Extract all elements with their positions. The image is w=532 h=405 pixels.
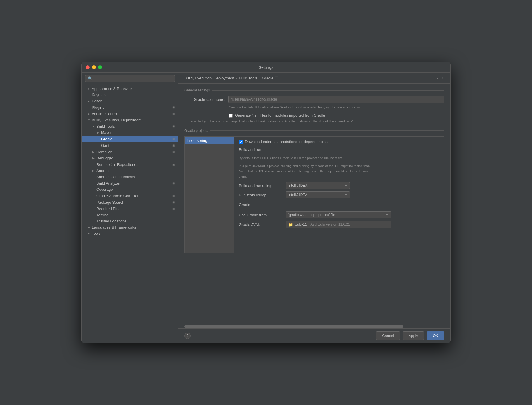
sidebar-item-label: Trusted Locations (96, 219, 176, 223)
sidebar-item-label: Editor (92, 99, 176, 103)
maximize-button[interactable] (98, 65, 102, 69)
minimize-button[interactable] (92, 65, 96, 69)
generate-iml-label: Generate *.iml files for modules importe… (235, 113, 325, 118)
sidebar-item-debugger[interactable]: ▶ Debugger (82, 155, 178, 161)
sidebar-item-tools[interactable]: ▶ Tools (82, 230, 178, 236)
sidebar-item-coverage[interactable]: Coverage (82, 186, 178, 193)
help-button[interactable]: ? (184, 333, 191, 339)
breadcrumb-separator: › (259, 76, 260, 80)
settings-icon: ⊞ (171, 206, 176, 211)
sidebar-item-build-execution-deployment[interactable]: ▼ Build, Execution, Deployment (82, 117, 178, 123)
download-annotations-checkbox[interactable] (239, 140, 243, 144)
sidebar-item-label: Testing (96, 213, 176, 217)
breadcrumb-part-1[interactable]: Build, Execution, Deployment (184, 76, 234, 80)
arrow-icon: ▶ (88, 87, 92, 90)
titlebar: Settings (82, 62, 450, 73)
sidebar-item-android[interactable]: ▶ Android (82, 168, 178, 174)
sidebar-item-remote-jar-repositories[interactable]: Remote Jar Repositories ⊞ (82, 161, 178, 168)
arrow-icon: ▼ (88, 118, 92, 122)
gradle-jvm-field[interactable]: 📁 zulu-11 Azul Zulu version 11.0.21 (286, 221, 391, 228)
settings-content: General settings Gradle user home: Overr… (178, 84, 450, 324)
search-box[interactable]: 🔍 (85, 75, 175, 82)
use-gradle-from-label: Use Gradle from: (239, 213, 283, 217)
sidebar-item-label: Plugins (92, 105, 170, 110)
sidebar-item-editor[interactable]: ▶ Editor (82, 98, 178, 104)
nav-forward-arrow[interactable]: › (441, 75, 444, 81)
project-item-label: hello-spring (187, 138, 207, 143)
search-input[interactable] (94, 76, 172, 81)
sidebar-item-appearance-behavior[interactable]: ▶ Appearance & Behavior (82, 86, 178, 92)
sidebar-item-package-search[interactable]: Package Search ⊞ (82, 199, 178, 205)
sidebar-item-gradle-android-compiler[interactable]: Gradle-Android Compiler ⊞ (82, 193, 178, 199)
sidebar-item-label: Coverage (96, 187, 176, 192)
close-button[interactable] (86, 65, 90, 69)
run-tests-using-select[interactable]: Gradle IntelliJ IDEA (286, 191, 350, 198)
horizontal-scrollbar[interactable] (178, 324, 450, 328)
sidebar-item-plugins[interactable]: Plugins ⊞ (82, 104, 178, 110)
sidebar-item-testing[interactable]: Testing (82, 212, 178, 218)
sidebar-item-gant[interactable]: Gant ⊞ (82, 142, 178, 149)
arrow-icon: ▼ (92, 125, 96, 128)
sidebar-item-label: Gant (101, 143, 170, 148)
bottom-bar: ? Cancel Apply OK (178, 328, 450, 343)
download-annotations-row: Download external annotations for depend… (239, 139, 439, 144)
sidebar-item-compiler[interactable]: ▶ Compiler ⊞ (82, 149, 178, 155)
settings-icon: ⊞ (171, 124, 176, 129)
sidebar-item-maven[interactable]: ▶ Maven (82, 130, 178, 136)
main-content: 🔍 ▶ Appearance & Behavior Keymap ▶ Edito… (82, 73, 450, 343)
gradle-subsection-title: Gradle (239, 202, 439, 208)
gradle-subsection: Gradle Use Gradle from: 'gradle-wrapper.… (239, 202, 439, 228)
run-tests-using-row: Run tests using: Gradle IntelliJ IDEA (239, 191, 439, 198)
projects-list: hello-spring (184, 136, 234, 253)
sidebar-item-label: Compiler (96, 150, 170, 154)
sidebar-item-build-tools[interactable]: ▼ Build Tools ⊞ (82, 123, 178, 130)
arrow-icon: ▶ (88, 232, 92, 235)
arrow-icon: ▶ (88, 226, 92, 229)
gradle-user-home-hint: Override the default location where Grad… (229, 105, 444, 110)
generate-iml-row: Generate *.iml files for modules importe… (184, 113, 444, 118)
sidebar-item-label: Build, Execution, Deployment (92, 118, 176, 122)
sidebar-item-languages-frameworks[interactable]: ▶ Languages & Frameworks (82, 224, 178, 230)
sidebar-item-label: Gradle-Android Compiler (96, 194, 170, 198)
build-run-using-select[interactable]: Gradle IntelliJ IDEA (286, 182, 350, 189)
nav-back-arrow[interactable]: ‹ (436, 75, 440, 81)
build-run-using-row: Build and run using: Gradle IntelliJ IDE… (239, 182, 439, 189)
main-panel: Build, Execution, Deployment › Build Too… (178, 73, 450, 343)
sidebar-item-trusted-locations[interactable]: Trusted Locations (82, 218, 178, 224)
settings-icon: ⊞ (171, 181, 176, 186)
generate-iml-hint: Enable if you have a mixed project with … (191, 119, 444, 124)
sidebar-item-label: Android (96, 169, 176, 173)
breadcrumb-bar: Build, Execution, Deployment › Build Too… (178, 73, 450, 84)
ok-button[interactable]: OK (427, 331, 444, 340)
breadcrumb-separator: › (236, 76, 237, 80)
use-gradle-from-select[interactable]: 'gradle-wrapper.properties' file Specifi… (286, 211, 391, 218)
gradle-user-home-label: Gradle user home: (184, 97, 225, 102)
breadcrumb-part-2[interactable]: Build Tools (239, 76, 257, 80)
sidebar-item-required-plugins[interactable]: Required Plugins ⊞ (82, 205, 178, 212)
sidebar: 🔍 ▶ Appearance & Behavior Keymap ▶ Edito… (82, 73, 178, 343)
sidebar-item-label: Tools (92, 231, 176, 236)
gradle-jvm-row: Gradle JVM: 📁 zulu-11 Azul Zulu version … (239, 221, 439, 228)
sidebar-item-gradle[interactable]: Gradle ⊞ (82, 136, 178, 142)
settings-icon: ⊞ (171, 162, 176, 167)
sidebar-item-version-control[interactable]: ▶ Version Control ⊞ (82, 110, 178, 117)
sidebar-item-android-configurations[interactable]: Android Configurations (82, 174, 178, 180)
arrow-icon: ▶ (88, 112, 92, 115)
sidebar-item-label: Android Configurations (96, 175, 176, 179)
settings-icon: ⊞ (171, 105, 176, 110)
project-item-hello-spring[interactable]: hello-spring (185, 137, 234, 144)
sidebar-item-keymap[interactable]: Keymap (82, 92, 178, 98)
sidebar-item-label: Keymap (92, 93, 176, 97)
breadcrumb-current: Gradle (262, 76, 273, 80)
arrow-icon: ▶ (88, 99, 92, 103)
generate-iml-checkbox[interactable] (229, 114, 233, 118)
settings-icon: ⊞ (171, 111, 176, 116)
sidebar-item-build-analyzer[interactable]: Build Analyzer ⊞ (82, 180, 178, 186)
cancel-button[interactable]: Cancel (376, 331, 400, 340)
apply-button[interactable]: Apply (403, 331, 424, 340)
folder-icon: 📁 (288, 222, 293, 227)
gradle-user-home-input[interactable] (228, 96, 444, 103)
scrollbar-thumb (184, 325, 403, 328)
build-run-hint1: By default IntelliJ IDEA uses Gradle to … (239, 156, 439, 161)
breadcrumb-menu-icon[interactable]: ☰ (275, 76, 278, 80)
